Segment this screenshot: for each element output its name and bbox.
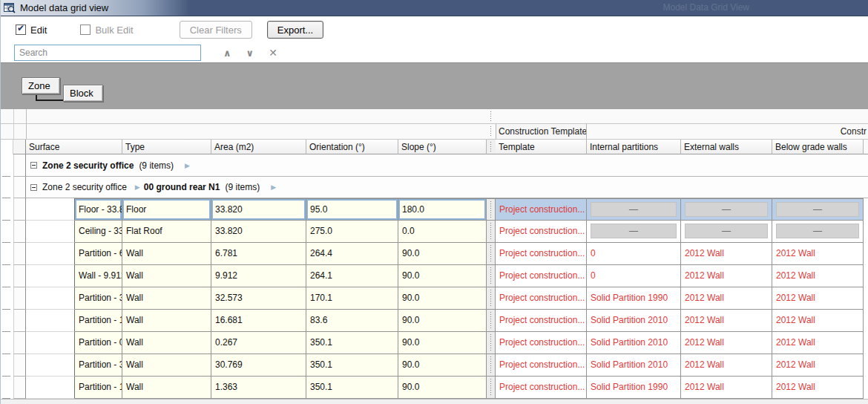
- cell-orientation[interactable]: 264.4: [306, 243, 398, 265]
- cell-type[interactable]: Floor: [122, 198, 211, 221]
- cell-type[interactable]: Flat Roof: [122, 221, 211, 243]
- breadcrumb-arrow-icon[interactable]: ▶: [135, 183, 140, 191]
- column-splitter[interactable]: [487, 140, 496, 154]
- cell-below[interactable]: 2012 Wall: [772, 287, 864, 310]
- column-header-external-walls[interactable]: External walls: [681, 140, 772, 154]
- splitter-dots-icon[interactable]: [490, 126, 491, 137]
- cell-surface[interactable]: Partition - 32.573 m2...: [75, 287, 122, 310]
- cell-area[interactable]: 0.267: [211, 332, 306, 354]
- tab-block[interactable]: Block: [63, 85, 103, 102]
- cell-area[interactable]: 16.681: [211, 310, 306, 332]
- cell-slope[interactable]: 90.0: [398, 287, 487, 310]
- cell-surface[interactable]: Wall - 9.912 m2 - 26...: [75, 265, 122, 287]
- cell-slope[interactable]: 90.0: [398, 243, 487, 265]
- breadcrumb-arrow-icon[interactable]: ▶: [271, 183, 276, 191]
- cell-below[interactable]: 2012 Wall: [772, 243, 864, 265]
- cell-template[interactable]: Project construction...: [496, 221, 587, 243]
- column-header-below-grade-walls[interactable]: Below grade walls: [772, 140, 864, 154]
- checkbox-unchecked-icon[interactable]: [80, 25, 91, 35]
- cell-internal[interactable]: Solid Partition 2010: [587, 354, 681, 377]
- cell-surface[interactable]: Partition - 30.769 m2...: [75, 354, 122, 377]
- cell-type[interactable]: Wall: [122, 354, 211, 377]
- cell-template[interactable]: Project construction...: [496, 377, 587, 399]
- cell-surface[interactable]: Partition - 0.267 m2...: [75, 332, 122, 354]
- cell-area[interactable]: 32.573: [211, 287, 306, 310]
- cell-slope[interactable]: 90.0: [398, 332, 487, 354]
- cell-orientation[interactable]: 275.0: [306, 221, 398, 243]
- search-input[interactable]: [14, 45, 201, 61]
- cell-type[interactable]: Wall: [122, 243, 211, 265]
- cell-orientation[interactable]: 350.1: [306, 377, 398, 399]
- cell-slope[interactable]: 180.0: [398, 198, 487, 221]
- cell-template[interactable]: Project construction...: [496, 287, 587, 310]
- cell-internal[interactable]: Solid Partition 1990: [587, 377, 681, 399]
- cell-internal[interactable]: 0: [587, 265, 681, 287]
- cell-orientation[interactable]: 350.1: [306, 354, 398, 377]
- cell-type[interactable]: Wall: [122, 287, 211, 310]
- cell-template[interactable]: Project construction...: [496, 332, 587, 354]
- cell-external[interactable]: 2012 Wall: [681, 310, 772, 332]
- group-row-zone[interactable]: Zone 2 security office (9 items) ▶: [1, 154, 868, 177]
- cell-external[interactable]: 2012 Wall: [681, 354, 772, 377]
- cell-area[interactable]: 6.781: [211, 243, 306, 265]
- column-header-slope[interactable]: Slope (°): [398, 140, 487, 154]
- cell-surface[interactable]: Ceiling - 33.820 m2: [75, 221, 122, 243]
- cell-orientation[interactable]: 170.1: [306, 287, 398, 310]
- column-header-type[interactable]: Type: [122, 140, 211, 154]
- cell-surface[interactable]: Partition - 6.781 m2...: [75, 243, 122, 265]
- cell-area[interactable]: 9.912: [211, 265, 306, 287]
- column-header-internal-partitions[interactable]: Internal partitions: [587, 140, 681, 154]
- column-header-surface[interactable]: Surface: [26, 140, 122, 154]
- breadcrumb-arrow-icon[interactable]: ▶: [185, 162, 190, 169]
- cell-external[interactable]: 2012 Wall: [681, 287, 772, 310]
- cell-orientation[interactable]: 264.1: [306, 265, 398, 287]
- cell-slope[interactable]: 90.0: [398, 310, 487, 332]
- cell-below[interactable]: 2012 Wall: [772, 354, 864, 377]
- search-prev-icon[interactable]: ∧: [223, 48, 231, 58]
- clear-filters-button[interactable]: Clear Filters: [180, 21, 252, 39]
- cell-below[interactable]: 2012 Wall: [772, 265, 864, 287]
- window-tab[interactable]: Model data grid view: [1, 0, 190, 16]
- cell-type[interactable]: Wall: [122, 332, 211, 354]
- cell-type[interactable]: Wall: [122, 310, 211, 332]
- column-header-orientation[interactable]: Orientation (°): [306, 140, 398, 154]
- cell-slope[interactable]: 90.0: [398, 354, 487, 377]
- cell-internal[interactable]: Solid Partition 2010: [587, 310, 681, 332]
- group-header-construction[interactable]: Constr: [841, 126, 867, 137]
- tab-zone[interactable]: Zone: [22, 77, 60, 94]
- cell-below[interactable]: 2012 Wall: [772, 310, 864, 332]
- cell-external[interactable]: 2012 Wall: [681, 377, 772, 399]
- cell-internal[interactable]: Solid Partition 1990: [587, 287, 681, 310]
- cell-surface[interactable]: Partition - 1.363 m2...: [75, 377, 122, 399]
- cell-area[interactable]: 33.820: [211, 221, 306, 243]
- export-button[interactable]: Export...: [267, 21, 323, 39]
- edit-checkbox[interactable]: Edit: [16, 25, 47, 36]
- group-header-construction-template[interactable]: Construction Template: [496, 124, 587, 139]
- cell-area[interactable]: 33.820: [211, 198, 306, 221]
- cell-template[interactable]: Project construction...: [496, 354, 587, 377]
- cell-type[interactable]: Wall: [122, 265, 211, 287]
- collapse-icon[interactable]: [30, 184, 37, 191]
- cell-orientation[interactable]: 83.6: [306, 310, 398, 332]
- cell-template[interactable]: Project construction...: [496, 310, 587, 332]
- search-close-icon[interactable]: ✕: [269, 48, 277, 58]
- cell-external[interactable]: 2012 Wall: [681, 243, 772, 265]
- cell-slope[interactable]: 90.0: [398, 377, 487, 399]
- cell-surface[interactable]: Partition - 16.681 m2...: [75, 310, 122, 332]
- column-header-area[interactable]: Area (m2): [211, 140, 306, 154]
- cell-template[interactable]: Project construction...: [496, 243, 587, 265]
- cell-below[interactable]: 2012 Wall: [772, 377, 864, 399]
- collapse-icon[interactable]: [30, 162, 37, 169]
- group-row-block[interactable]: Zone 2 security office ▶ 00 ground rear …: [1, 177, 868, 198]
- search-next-icon[interactable]: ∨: [246, 48, 254, 58]
- cell-type[interactable]: Wall: [122, 377, 211, 399]
- cell-slope[interactable]: 90.0: [398, 265, 487, 287]
- cell-internal[interactable]: 0: [587, 243, 681, 265]
- cell-orientation[interactable]: 95.0: [306, 198, 398, 221]
- cell-surface[interactable]: Floor - 33.820 m2: [75, 198, 122, 221]
- cell-slope[interactable]: 0.0: [398, 221, 487, 243]
- cell-internal[interactable]: Solid Partition 2010: [587, 332, 681, 354]
- cell-external[interactable]: 2012 Wall: [681, 332, 772, 354]
- cell-external[interactable]: 2012 Wall: [681, 265, 772, 287]
- checkbox-checked-icon[interactable]: [16, 25, 26, 35]
